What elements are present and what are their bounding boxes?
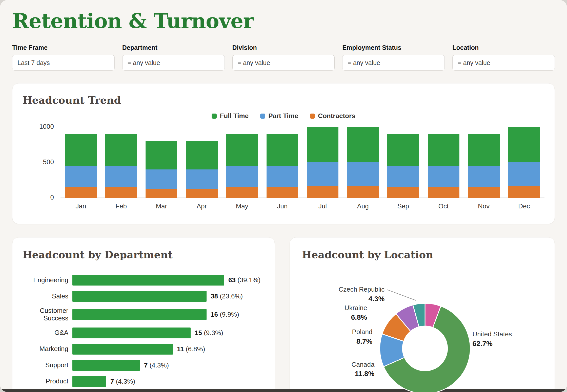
bar-segment-part-time [508,162,540,186]
filter-label-location: Location [452,44,555,51]
legend-swatch-full-time [212,114,217,119]
bar-segment-contractors [428,187,459,198]
x-axis-label-jul: Jul [307,202,338,210]
filter-employment-status: Employment Status [342,44,445,71]
filter-input-location[interactable] [452,55,555,71]
bar-segment-part-time [387,166,419,187]
dept-value-product: 7 (4.3%) [110,378,135,385]
bar-segment-full-time [428,134,459,166]
filter-input-division[interactable] [232,55,335,71]
trend-bar-jun[interactable] [267,134,298,198]
donut-pct-poland: 8.7% [356,337,373,345]
filter-department: Department [122,44,225,71]
trend-bar-jan[interactable] [65,134,97,198]
bar-segment-full-time [226,134,258,166]
bar-segment-part-time [186,169,218,189]
x-axis-label-dec: Dec [508,202,540,210]
bar-segment-part-time [65,166,97,187]
dept-bar-sales[interactable] [72,291,207,302]
x-axis: JanFebMarAprMayJunJulAugSepOctNovDec [60,202,544,210]
legend-item-contractors[interactable]: Contractors [310,112,355,120]
donut-label-canada: Canada [352,361,375,368]
y-axis-label-500: 500 [43,158,54,166]
dept-value-marketing: 11 (6.8%) [177,345,205,353]
bar-segment-part-time [226,166,258,187]
trend-bar-apr[interactable] [186,141,218,198]
y-axis: 05001000 [23,127,60,198]
bar-segment-contractors [186,189,218,198]
donut-label-poland: Poland [352,328,373,335]
filter-label-employment-status: Employment Status [342,44,445,51]
dept-row-support: Support7 (4.3%) [23,360,265,371]
dept-row-engineering: Engineering63 (39.1%) [23,275,265,286]
y-axis-label-0: 0 [50,193,54,201]
dept-value-customer-success: 16 (9.9%) [211,311,239,318]
donut-label-czech-republic: Czech Republic [339,286,385,293]
filter-label-department: Department [122,44,225,51]
dept-row-product: Product7 (4.3%) [23,376,265,387]
bar-segment-contractors [508,186,540,198]
dept-bar-g-a[interactable] [72,328,191,338]
legend-item-full-time[interactable]: Full Time [212,112,249,120]
trend-bar-dec[interactable] [508,127,540,198]
dept-bar-customer-success[interactable] [72,309,207,320]
dept-bar-marketing[interactable] [72,344,173,355]
y-axis-label-1000: 1000 [39,123,54,130]
donut-label-united-states: United States [473,331,512,338]
filter-input-department[interactable] [122,55,225,71]
x-axis-label-jan: Jan [65,202,97,210]
x-axis-label-apr: Apr [186,202,218,210]
leader-line-czech-republic [387,290,416,300]
filter-label-division: Division [232,44,335,51]
bar-segment-full-time [468,134,500,166]
filter-bar: Time FrameDepartmentDivisionEmployment S… [12,44,555,71]
bar-segment-contractors [226,187,258,198]
trend-bar-mar[interactable] [146,141,177,198]
legend-label-contractors: Contractors [318,112,355,120]
bar-segment-contractors [468,187,500,198]
x-axis-label-may: May [226,202,258,210]
legend-swatch-contractors [310,114,315,119]
bar-segment-full-time [267,134,298,166]
trend-bar-may[interactable] [226,134,258,198]
department-bars: Engineering63 (39.1%)Sales38 (23.6%)Cust… [23,275,265,387]
bar-segment-full-time [307,127,338,162]
legend-item-part-time[interactable]: Part Time [260,112,298,120]
dept-value-engineering: 63 (39.1%) [228,276,260,284]
dept-bar-engineering[interactable] [72,275,224,286]
dept-value-g-a: 15 (9.3%) [195,329,223,337]
dept-row-g-a: G&A15 (9.3%) [23,328,265,338]
trend-bar-feb[interactable] [105,134,137,198]
dept-bar-support[interactable] [72,360,140,371]
trend-bar-jul[interactable] [307,127,338,198]
bar-segment-contractors [105,187,137,198]
filter-time-frame: Time Frame [12,44,115,71]
department-card-title: Headcount by Department [23,249,265,260]
bar-segment-part-time [468,166,500,187]
bar-segment-part-time [307,162,338,186]
bar-segment-full-time [387,134,419,166]
trend-bar-aug[interactable] [347,127,379,198]
legend-swatch-part-time [260,114,265,119]
trend-bar-sep[interactable] [387,134,419,198]
trend-bar-oct[interactable] [428,134,459,198]
dept-bar-product[interactable] [72,376,106,387]
filter-label-time-frame: Time Frame [12,44,115,51]
dept-row-sales: Sales38 (23.6%) [23,291,265,302]
bar-segment-contractors [387,187,419,198]
trend-bar-nov[interactable] [468,134,500,198]
donut-pct-united-states: 62.7% [473,340,493,347]
donut-pct-canada: 11.8% [355,370,375,378]
x-axis-label-mar: Mar [146,202,177,210]
bar-segment-full-time [65,134,97,166]
legend-label-part-time: Part Time [268,112,298,120]
x-axis-label-sep: Sep [387,202,419,210]
filter-input-employment-status[interactable] [342,55,445,71]
filter-input-time-frame[interactable] [12,55,115,71]
bar-segment-contractors [307,186,338,198]
bar-segment-full-time [146,141,177,169]
x-axis-label-aug: Aug [347,202,379,210]
location-donut-chart: United States62.7%Canada11.8%Poland8.7%U… [290,237,555,392]
dept-label-product: Product [23,378,72,385]
headcount-trend-card: Headcount Trend Full TimePart TimeContra… [12,83,555,224]
